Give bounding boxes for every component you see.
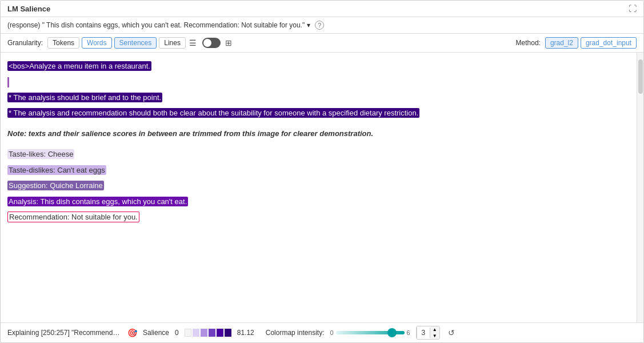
color-box-5: [225, 329, 231, 337]
list-icon[interactable]: ☰: [189, 38, 197, 47]
granularity-label: Granularity:: [7, 39, 43, 47]
window-title: LM Salience: [7, 5, 50, 13]
toggle-container: [202, 38, 221, 48]
response-line-1: Taste-likes: Cheese: [7, 147, 630, 161]
refresh-icon[interactable]: ↺: [448, 328, 455, 337]
highlight-span: <bos>Analyze a menu item in a restaurant…: [7, 61, 151, 71]
method-grad-dot-btn[interactable]: grad_dot_input: [581, 37, 637, 49]
expand-icon[interactable]: ⛶: [629, 4, 637, 13]
response-dropdown[interactable]: (response) " This dish contains eggs, wh…: [7, 21, 310, 29]
input-line-1: <bos>Analyze a menu item in a restaurant…: [7, 59, 630, 73]
input-line-4: * The analysis and recommendation should…: [7, 106, 630, 119]
main-content: <bos>Analyze a menu item in a restaurant…: [1, 53, 643, 322]
input-line-2: [7, 75, 630, 88]
status-bar: Explaining [250:257] "Recommendation: N.…: [1, 322, 643, 342]
colormap-slider-container: 0 6: [330, 329, 410, 336]
trimmed-note: Note: texts and their salience scores in…: [7, 128, 630, 140]
response-line-2: Taste-dislikes: Can't eat eggs: [7, 163, 630, 177]
highlight-span: * The analysis and recommendation should…: [7, 108, 419, 118]
response-text: (response) " This dish contains eggs, wh…: [7, 21, 305, 29]
color-box-4: [217, 329, 223, 337]
color-box-1: [193, 329, 199, 337]
response-line-3: Suggestion: Quiche Lorraine: [7, 179, 630, 192]
slider-min: 0: [330, 329, 333, 336]
input-line-3: * The analysis should be brief and to th…: [7, 91, 630, 104]
toggle-switch[interactable]: [202, 38, 221, 48]
highlight-taste-dislikes: Taste-dislikes: Can't eat eggs: [7, 165, 106, 175]
highlight-suggestion: Suggestion: Quiche Lorraine: [7, 181, 104, 190]
title-bar: LM Salience ⛶: [1, 1, 643, 17]
granularity-tokens-btn[interactable]: Tokens: [47, 37, 79, 49]
text-area[interactable]: <bos>Analyze a menu item in a restaurant…: [1, 53, 637, 322]
slider-track[interactable]: [336, 331, 405, 334]
stepper-buttons: ▲ ▼: [430, 326, 439, 339]
color-box-2: [201, 329, 207, 337]
granularity-words-btn[interactable]: Words: [82, 37, 111, 49]
lm-salience-window: LM Salience ⛶ (response) " This dish con…: [0, 0, 644, 343]
slider-max: 6: [407, 329, 410, 336]
grid-icon[interactable]: ⊞: [225, 38, 232, 47]
granularity-sentences-btn[interactable]: Sentences: [114, 37, 157, 49]
slider-thumb[interactable]: [387, 328, 397, 337]
granularity-lines-btn[interactable]: Lines: [159, 37, 186, 49]
highlight-span: * The analysis should be brief and to th…: [7, 93, 162, 102]
stepper-value: 3: [417, 328, 430, 338]
method-grad-l2-btn[interactable]: grad_l2: [545, 37, 578, 49]
toolbar: Granularity: Tokens Words Sentences Line…: [1, 34, 643, 53]
stepper-container: 3 ▲ ▼: [416, 326, 440, 340]
target-icon: 🎯: [127, 328, 137, 337]
cursor-indicator: [7, 77, 9, 87]
stepper-down-btn[interactable]: ▼: [430, 333, 439, 339]
highlight-taste-likes: Taste-likes: Cheese: [7, 149, 74, 159]
colormap-label: Colormap intensity:: [266, 329, 325, 337]
response-line-5: Recommendation: Not suitable for you.: [7, 210, 630, 224]
colormap-boxes: [185, 329, 231, 337]
color-box-0: [185, 329, 191, 337]
highlight-analysis: Analysis: This dish contains eggs, which…: [7, 197, 188, 206]
scroll-thumb[interactable]: [638, 59, 643, 94]
response-bar: (response) " This dish contains eggs, wh…: [1, 17, 643, 34]
salience-max: 81.12: [237, 329, 254, 337]
scrollbar[interactable]: [637, 53, 643, 322]
color-box-3: [209, 329, 215, 337]
response-line-4: Analysis: This dish contains eggs, which…: [7, 195, 630, 208]
salience-min: 0: [175, 329, 179, 337]
help-icon[interactable]: ?: [315, 21, 324, 30]
method-label: Method:: [516, 39, 541, 47]
highlight-recommendation: Recommendation: Not suitable for you.: [7, 212, 139, 222]
dropdown-arrow-icon[interactable]: ▾: [307, 21, 310, 29]
explaining-text: Explaining [250:257] "Recommendation: N.…: [7, 329, 122, 337]
salience-label: Salience: [143, 329, 169, 337]
stepper-up-btn[interactable]: ▲: [430, 326, 439, 333]
